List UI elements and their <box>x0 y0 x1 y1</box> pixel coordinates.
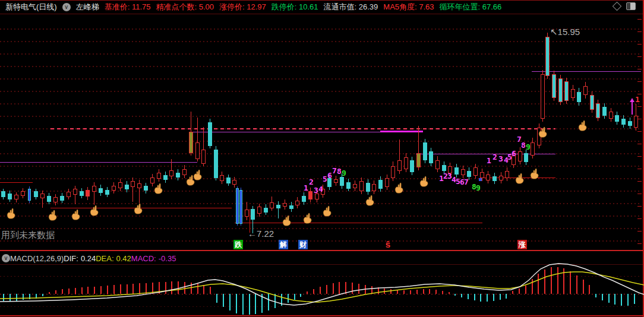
candle[interactable] <box>105 190 109 195</box>
candle[interactable] <box>67 192 71 197</box>
candle[interactable] <box>276 205 280 208</box>
candle[interactable] <box>615 115 619 122</box>
candle[interactable] <box>461 169 465 175</box>
candle[interactable] <box>590 95 594 110</box>
candle[interactable] <box>214 150 218 178</box>
candle[interactable] <box>131 181 135 187</box>
candle[interactable] <box>34 191 38 197</box>
candle[interactable] <box>308 191 312 199</box>
macd-histogram-bar <box>146 283 147 294</box>
candle[interactable] <box>125 185 129 189</box>
candle[interactable] <box>628 121 632 126</box>
candle[interactable] <box>14 195 18 199</box>
candle[interactable] <box>239 190 242 224</box>
candle[interactable] <box>144 186 148 191</box>
candle[interactable] <box>195 142 200 159</box>
candle[interactable] <box>257 207 261 214</box>
candle[interactable] <box>467 171 471 177</box>
candle[interactable] <box>416 153 421 167</box>
candle[interactable] <box>486 175 490 180</box>
candle[interactable] <box>564 81 569 101</box>
chevron-down-circle-icon[interactable]: ∨ <box>2 254 10 262</box>
candle[interactable] <box>480 172 484 178</box>
candle[interactable] <box>302 196 306 202</box>
candle[interactable] <box>73 189 77 195</box>
candle[interactable] <box>270 202 274 208</box>
candle[interactable] <box>1 191 5 197</box>
candle[interactable] <box>8 194 12 199</box>
candle[interactable] <box>397 160 402 171</box>
candle[interactable] <box>410 160 414 172</box>
main-chart-area[interactable]: 1234567891234567891234567891↖15.95←7.22跌… <box>0 0 644 317</box>
candle[interactable] <box>552 74 556 98</box>
candle[interactable] <box>232 180 236 185</box>
candle[interactable] <box>442 165 446 171</box>
candle[interactable] <box>524 153 528 162</box>
candle[interactable] <box>583 86 588 95</box>
candle[interactable] <box>621 119 626 125</box>
candle[interactable] <box>53 197 58 202</box>
candle[interactable] <box>558 78 563 102</box>
candle[interactable] <box>208 122 212 146</box>
candle[interactable] <box>40 194 45 198</box>
candle[interactable] <box>391 166 395 178</box>
candle[interactable] <box>435 160 440 169</box>
candle[interactable] <box>99 188 103 193</box>
candle[interactable] <box>473 167 478 176</box>
candle[interactable] <box>92 186 96 192</box>
candle[interactable] <box>372 184 376 191</box>
macd-histogram-bar <box>274 294 276 308</box>
candle[interactable] <box>251 209 255 220</box>
candle[interactable] <box>334 179 338 183</box>
candle[interactable] <box>353 184 357 188</box>
candle[interactable] <box>493 176 497 181</box>
candle[interactable] <box>201 150 206 164</box>
candle[interactable] <box>359 181 364 191</box>
candle[interactable] <box>118 182 122 188</box>
macd-histogram-bar <box>255 294 256 314</box>
candle[interactable] <box>220 175 224 181</box>
candle[interactable] <box>86 190 90 196</box>
candle[interactable] <box>346 182 351 189</box>
candle[interactable] <box>634 116 638 128</box>
candle[interactable] <box>245 210 249 217</box>
candle[interactable] <box>21 191 25 196</box>
candle[interactable] <box>264 208 268 213</box>
candle[interactable] <box>28 189 31 201</box>
candle[interactable] <box>340 177 344 186</box>
candle[interactable] <box>505 171 509 178</box>
candle[interactable] <box>289 205 293 209</box>
candle[interactable] <box>454 167 459 175</box>
candle[interactable] <box>295 201 299 205</box>
macd-indicator-label[interactable]: MACD(12,26,9) <box>10 254 64 263</box>
candle[interactable] <box>609 112 613 119</box>
candle[interactable] <box>189 132 193 153</box>
candle[interactable] <box>157 173 161 179</box>
candle[interactable] <box>236 188 239 224</box>
candle[interactable] <box>226 177 231 183</box>
candle[interactable] <box>112 186 116 191</box>
candle[interactable] <box>429 151 433 163</box>
candle[interactable] <box>47 196 51 202</box>
candle[interactable] <box>283 203 287 207</box>
candle[interactable] <box>499 176 503 180</box>
candle[interactable] <box>531 142 535 156</box>
candle[interactable] <box>366 183 370 192</box>
candle[interactable] <box>541 74 545 119</box>
candle[interactable] <box>176 173 180 177</box>
candle[interactable] <box>60 196 64 201</box>
candle[interactable] <box>137 183 141 188</box>
candle[interactable] <box>163 175 168 180</box>
candle[interactable] <box>404 157 408 169</box>
candle[interactable] <box>571 89 575 98</box>
candle[interactable] <box>80 191 84 196</box>
candle[interactable] <box>169 170 173 176</box>
candle[interactable] <box>385 178 389 187</box>
candle[interactable] <box>518 151 522 161</box>
candle[interactable] <box>545 37 550 76</box>
candle[interactable] <box>596 103 600 118</box>
candle[interactable] <box>577 92 581 102</box>
candle[interactable] <box>602 107 607 116</box>
candle[interactable] <box>423 142 427 160</box>
candle[interactable] <box>378 180 383 189</box>
